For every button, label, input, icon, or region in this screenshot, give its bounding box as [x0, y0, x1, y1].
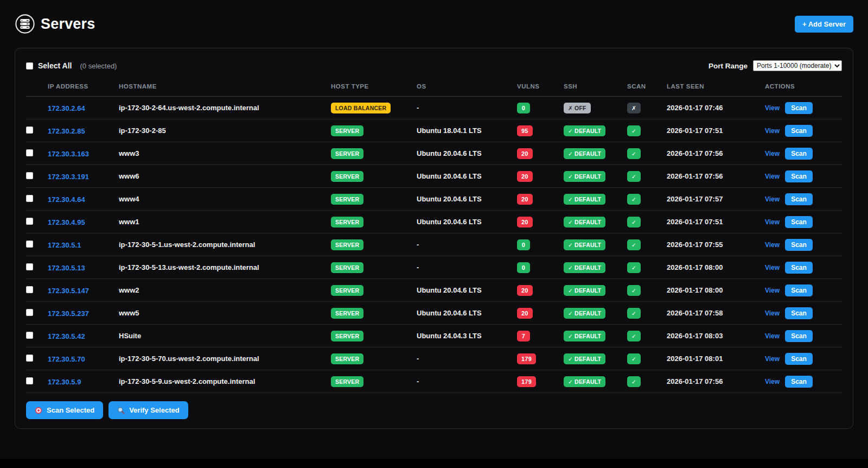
vulns-badge: 20 [517, 148, 533, 159]
row-checkbox[interactable] [26, 195, 33, 202]
ip-link[interactable]: 172.30.5.70 [48, 355, 85, 363]
vulns-badge: 179 [517, 353, 536, 364]
column-header-host-type: HOST TYPE [331, 80, 417, 97]
scan-button[interactable]: Scan [785, 376, 813, 388]
scan-button[interactable]: Scan [785, 102, 813, 114]
host-type-badge: SERVER [331, 148, 363, 159]
view-link[interactable]: View [765, 173, 780, 180]
scan-button[interactable]: Scan [785, 330, 813, 342]
hostname-cell: www5 [119, 302, 331, 325]
row-checkbox[interactable] [26, 172, 33, 179]
page-title: Servers [41, 16, 95, 33]
scan-badge: ✓ [627, 262, 641, 273]
ip-link[interactable]: 172.30.2.64 [48, 104, 85, 112]
hostname-cell: www1 [119, 211, 331, 233]
magnifier-icon [117, 407, 125, 414]
ip-link[interactable]: 172.30.3.163 [48, 150, 89, 158]
view-link[interactable]: View [765, 241, 780, 249]
row-checkbox[interactable] [26, 218, 33, 225]
scan-badge: ✓ [627, 308, 641, 319]
scan-button[interactable]: Scan [785, 148, 813, 160]
row-checkbox[interactable] [26, 149, 33, 156]
row-checkbox[interactable] [26, 377, 33, 384]
row-checkbox[interactable] [26, 263, 33, 270]
column-header-scan: SCAN [627, 80, 667, 97]
os-cell: - [417, 256, 517, 279]
scan-badge: ✗ [627, 103, 641, 113]
scan-button[interactable]: Scan [785, 307, 813, 319]
row-checkbox[interactable] [26, 127, 33, 134]
os-cell: Ubuntu 20.04.6 LTS [417, 165, 517, 188]
select-all-checkbox[interactable] [26, 62, 33, 69]
view-link[interactable]: View [765, 355, 780, 363]
view-link[interactable]: View [765, 332, 780, 340]
scan-button[interactable]: Scan [785, 125, 813, 137]
ip-link[interactable]: 172.30.2.85 [48, 127, 85, 135]
table-row: 172.30.4.95 www1 SERVER Ubuntu 20.04.6 L… [26, 211, 842, 233]
ip-link[interactable]: 172.30.4.64 [48, 195, 85, 204]
view-link[interactable]: View [765, 309, 780, 317]
scan-badge: ✓ [627, 194, 641, 205]
hostname-cell: ip-172-30-5-70.us-west-2.compute.interna… [119, 347, 331, 370]
host-type-badge: SERVER [331, 353, 363, 364]
table-row: 172.30.5.147 www2 SERVER Ubuntu 20.04.6 … [26, 279, 842, 302]
verify-selected-button[interactable]: Verify Selected [108, 401, 188, 419]
ip-link[interactable]: 172.30.5.9 [48, 378, 81, 386]
ssh-badge: ✓ DEFAULT [564, 353, 605, 364]
select-all-label: Select All [38, 61, 72, 70]
view-link[interactable]: View [765, 218, 780, 226]
scan-button[interactable]: Scan [785, 262, 813, 274]
row-checkbox[interactable] [26, 332, 33, 339]
scan-button[interactable]: Scan [785, 216, 813, 228]
view-link[interactable]: View [765, 378, 780, 385]
scan-button[interactable]: Scan [785, 353, 813, 365]
view-link[interactable]: View [765, 150, 780, 157]
ip-link[interactable]: 172.30.5.1 [48, 241, 81, 249]
port-range-select[interactable]: Ports 1-10000 (moderate) [753, 60, 842, 71]
column-header-hostname: HOSTNAME [119, 80, 331, 97]
os-cell: Ubuntu 20.04.6 LTS [417, 211, 517, 233]
row-checkbox[interactable] [26, 241, 33, 248]
table-row: 172.30.2.85 ip-172-30-2-85 SERVER Ubuntu… [26, 119, 842, 142]
table-row: 172.30.5.1 ip-172-30-5-1.us-west-2.compu… [26, 233, 842, 256]
column-header-actions: ACTIONS [765, 80, 842, 97]
ip-link[interactable]: 172.30.4.95 [48, 218, 85, 226]
host-type-badge: SERVER [331, 125, 363, 136]
scan-selected-button[interactable]: Scan Selected [26, 401, 103, 419]
column-header-last-seen: LAST SEEN [667, 80, 765, 97]
view-link[interactable]: View [765, 127, 780, 135]
hostname-cell: ip-172-30-2-85 [119, 119, 331, 142]
ssh-badge: ✓ DEFAULT [564, 148, 605, 159]
view-link[interactable]: View [765, 104, 780, 112]
app-header: Servers + Add Server [0, 0, 868, 48]
ip-link[interactable]: 172.30.5.147 [48, 287, 89, 295]
scan-selected-label: Scan Selected [47, 406, 94, 414]
scan-button[interactable]: Scan [785, 239, 813, 251]
add-server-button[interactable]: + Add Server [795, 16, 853, 33]
scan-badge: ✓ [627, 285, 641, 296]
vulns-badge: 20 [517, 285, 533, 296]
row-checkbox[interactable] [26, 355, 33, 362]
host-type-badge: SERVER [331, 194, 363, 205]
view-link[interactable]: View [765, 195, 780, 203]
ssh-badge: ✓ DEFAULT [564, 262, 605, 273]
scan-button[interactable]: Scan [785, 193, 813, 205]
scan-button[interactable]: Scan [785, 170, 813, 182]
ip-link[interactable]: 172.30.5.42 [48, 332, 85, 340]
row-checkbox[interactable] [26, 286, 33, 293]
host-type-badge: SERVER [331, 217, 363, 227]
column-header-checkbox [26, 80, 48, 97]
scan-badge: ✓ [627, 125, 641, 136]
view-link[interactable]: View [765, 287, 780, 294]
ip-link[interactable]: 172.30.5.237 [48, 309, 89, 318]
ip-link[interactable]: 172.30.3.191 [48, 173, 89, 181]
last-seen-cell: 2026-01-17 08:00 [667, 279, 765, 302]
ip-link[interactable]: 172.30.5.13 [48, 264, 85, 272]
table-row: 172.30.5.9 ip-172-30-5-9.us-west-2.compu… [26, 370, 842, 393]
host-type-badge: SERVER [331, 285, 363, 296]
host-type-badge: SERVER [331, 331, 363, 341]
row-checkbox[interactable] [26, 309, 33, 316]
view-link[interactable]: View [765, 264, 780, 271]
scan-button[interactable]: Scan [785, 284, 813, 296]
last-seen-cell: 2026-01-17 07:57 [667, 188, 765, 211]
